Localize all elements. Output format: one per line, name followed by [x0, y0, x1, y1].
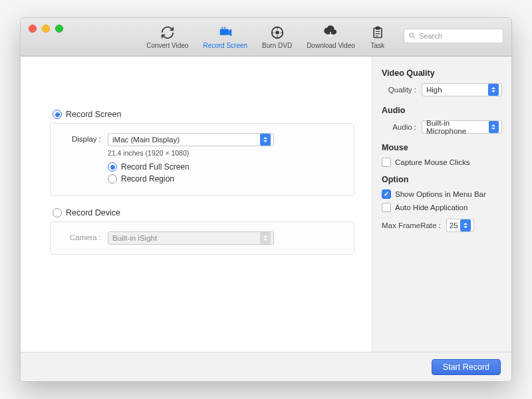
- record-device-group: Camera : Built-in iSight: [50, 221, 354, 255]
- audio-label: Audio :: [382, 123, 416, 131]
- chevron-updown-icon: [460, 219, 471, 231]
- record-screen-label: Record Screen: [66, 110, 121, 119]
- max-framerate-value: 25: [450, 221, 458, 229]
- svg-point-2: [224, 27, 225, 29]
- svg-point-4: [276, 31, 279, 34]
- camera-value: Built-in iSight: [112, 234, 157, 242]
- chevron-updown-icon: [260, 134, 271, 146]
- record-screen-radio[interactable]: Record Screen: [53, 110, 354, 119]
- auto-hide-label: Auto Hide Application: [395, 203, 467, 211]
- chevron-updown-icon: [260, 232, 271, 244]
- zoom-icon[interactable]: [55, 25, 63, 33]
- capture-clicks-label: Capture Mouse Clicks: [395, 158, 469, 166]
- toolbar-label: Task: [371, 42, 385, 49]
- toolbar-label: Convert Video: [146, 42, 188, 49]
- display-value: iMac (Main Display): [112, 136, 180, 144]
- footer: Start Record: [21, 352, 511, 381]
- checkbox-icon: [382, 190, 391, 199]
- audio-value: Built-in Microphone: [426, 119, 489, 135]
- toolbar-label: Burn DVD: [262, 42, 292, 49]
- toolbar-download-video[interactable]: Download Video: [307, 25, 355, 49]
- mode-region-label: Record Region: [121, 174, 174, 184]
- search-input[interactable]: Search: [404, 29, 503, 43]
- convert-icon: [160, 25, 176, 41]
- display-select[interactable]: iMac (Main Display): [108, 133, 274, 146]
- sidebar: Video Quality Quality : High Audio Audio…: [372, 57, 511, 352]
- toolbar-label: Record Screen: [203, 42, 247, 49]
- radio-icon: [108, 162, 117, 172]
- quality-select[interactable]: High: [422, 83, 502, 96]
- app-window: Convert Video Record Screen Burn DVD Dow…: [20, 17, 512, 382]
- radio-icon: [53, 110, 62, 119]
- section-video-quality: Video Quality: [382, 68, 502, 78]
- toolbar-burn-dvd[interactable]: Burn DVD: [262, 25, 292, 49]
- quality-label: Quality :: [382, 86, 416, 94]
- disc-icon: [269, 25, 285, 41]
- radio-icon: [53, 208, 62, 217]
- toolbar: Convert Video Record Screen Burn DVD Dow…: [146, 25, 386, 49]
- toolbar-task[interactable]: Task: [370, 25, 386, 49]
- toolbar-convert-video[interactable]: Convert Video: [146, 25, 188, 49]
- main-panel: Record Screen Display : iMac (Main Displ…: [21, 57, 372, 352]
- auto-hide-checkbox[interactable]: Auto Hide Application: [382, 203, 502, 212]
- display-info: 21.4 inches (1920 × 1080): [108, 149, 343, 157]
- show-menu-checkbox[interactable]: Show Options in Menu Bar: [382, 190, 502, 199]
- chevron-updown-icon: [488, 84, 499, 96]
- record-screen-group: Display : iMac (Main Display) 21.4 inche…: [50, 123, 354, 196]
- max-framerate-label: Max FrameRate :: [382, 221, 441, 229]
- record-icon: [217, 25, 233, 41]
- record-device-radio[interactable]: Record Device: [53, 208, 354, 217]
- section-mouse: Mouse: [382, 143, 502, 152]
- content: Record Screen Display : iMac (Main Displ…: [21, 57, 511, 352]
- svg-rect-6: [376, 27, 379, 29]
- checkbox-icon: [382, 158, 391, 167]
- window-controls: [29, 25, 63, 33]
- display-label: Display :: [61, 133, 101, 143]
- section-option: Option: [382, 175, 502, 184]
- start-record-button[interactable]: Start Record: [432, 359, 501, 375]
- checkbox-icon: [382, 203, 391, 212]
- audio-select[interactable]: Built-in Microphone: [422, 120, 502, 134]
- task-icon: [370, 25, 386, 41]
- camera-select[interactable]: Built-in iSight: [108, 231, 274, 245]
- titlebar: Convert Video Record Screen Burn DVD Dow…: [21, 18, 511, 57]
- capture-clicks-checkbox[interactable]: Capture Mouse Clicks: [382, 158, 502, 167]
- camera-label: Camera :: [61, 231, 101, 241]
- chevron-updown-icon: [489, 121, 499, 133]
- search-icon: [408, 32, 416, 40]
- show-menu-label: Show Options in Menu Bar: [395, 190, 486, 198]
- toolbar-label: Download Video: [307, 42, 355, 49]
- record-device-label: Record Device: [66, 208, 120, 217]
- quality-value: High: [426, 86, 442, 94]
- svg-point-7: [410, 33, 414, 37]
- minimize-icon[interactable]: [42, 25, 50, 33]
- mode-region-radio[interactable]: Record Region: [108, 174, 343, 184]
- section-audio: Audio: [382, 106, 502, 115]
- svg-rect-0: [220, 29, 229, 35]
- mode-full-label: Record Full Screen: [121, 162, 190, 172]
- close-icon[interactable]: [29, 25, 37, 33]
- toolbar-record-screen[interactable]: Record Screen: [203, 25, 247, 49]
- download-icon: [323, 25, 338, 41]
- max-framerate-select[interactable]: 25: [446, 219, 474, 232]
- radio-icon: [108, 174, 117, 184]
- mode-full-radio[interactable]: Record Full Screen: [108, 162, 343, 172]
- search-placeholder: Search: [419, 32, 442, 40]
- svg-point-1: [221, 27, 223, 29]
- start-record-label: Start Record: [443, 362, 489, 372]
